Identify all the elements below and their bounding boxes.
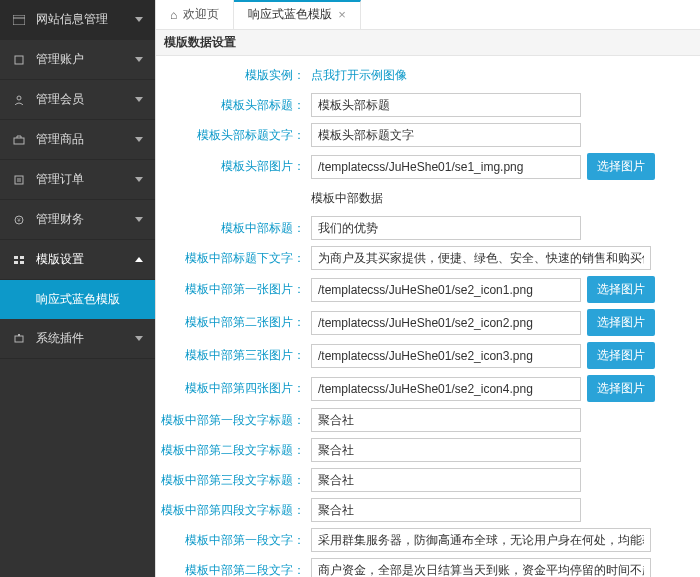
svg-rect-5 — [15, 176, 23, 184]
label-mid-t1: 模板中部第一段文字标题： — [156, 412, 311, 429]
tab-bar: ⌂ 欢迎页 响应式蓝色模版 × — [156, 0, 700, 30]
input-mid-img1[interactable] — [311, 278, 581, 302]
label-mid-img2: 模板中部第二张图片： — [156, 314, 311, 331]
input-mid-t4[interactable] — [311, 498, 581, 522]
chevron-down-icon — [135, 137, 143, 142]
label-mid-t4: 模板中部第四段文字标题： — [156, 502, 311, 519]
svg-rect-4 — [14, 138, 24, 144]
svg-rect-0 — [13, 15, 25, 25]
home-icon: ⌂ — [170, 8, 177, 22]
label-mid-title-sub: 模板中部标题下文字： — [156, 250, 311, 267]
chevron-down-icon — [135, 57, 143, 62]
input-header-img[interactable] — [311, 155, 581, 179]
member-icon — [12, 95, 26, 105]
svg-rect-15 — [18, 334, 20, 336]
svg-rect-10 — [14, 256, 18, 259]
tab-label: 响应式蓝色模版 — [248, 6, 332, 23]
label-mid-img3: 模板中部第三张图片： — [156, 347, 311, 364]
tab-template[interactable]: 响应式蓝色模版 × — [234, 0, 361, 29]
input-mid-title-sub[interactable] — [311, 246, 651, 270]
menu-label: 管理商品 — [36, 131, 135, 148]
link-open-example[interactable]: 点我打开示例图像 — [311, 67, 407, 84]
menu-label: 网站信息管理 — [36, 11, 135, 28]
input-mid-img2[interactable] — [311, 311, 581, 335]
btn-select-mid-img3[interactable]: 选择图片 — [587, 342, 655, 369]
input-header-title[interactable] — [311, 93, 581, 117]
chevron-down-icon — [135, 217, 143, 222]
label-header-sub: 模板头部标题文字： — [156, 127, 311, 144]
sidebar-item-accounts[interactable]: 管理账户 — [0, 40, 155, 80]
btn-select-mid-img4[interactable]: 选择图片 — [587, 375, 655, 402]
svg-rect-14 — [15, 336, 23, 342]
chevron-down-icon — [135, 177, 143, 182]
menu-label: 系统插件 — [36, 330, 135, 347]
label-mid-img1: 模板中部第一张图片： — [156, 281, 311, 298]
sidebar-item-orders[interactable]: 管理订单 — [0, 160, 155, 200]
label-example: 模版实例： — [156, 67, 311, 84]
btn-select-header-img[interactable]: 选择图片 — [587, 153, 655, 180]
svg-rect-2 — [15, 56, 23, 64]
svg-rect-12 — [14, 261, 18, 264]
input-mid-t3[interactable] — [311, 468, 581, 492]
sidebar-subitem-responsive-blue[interactable]: 响应式蓝色模版 — [0, 280, 155, 319]
template-icon — [12, 255, 26, 265]
chevron-down-icon — [135, 336, 143, 341]
svg-rect-11 — [20, 256, 24, 259]
btn-select-mid-img1[interactable]: 选择图片 — [587, 276, 655, 303]
chevron-up-icon — [135, 257, 143, 262]
svg-point-3 — [17, 96, 21, 100]
label-header-img: 模板头部图片： — [156, 158, 311, 175]
input-mid-title[interactable] — [311, 216, 581, 240]
order-icon — [12, 175, 26, 185]
label-mid-p1: 模板中部第一段文字： — [156, 532, 311, 549]
product-icon — [12, 135, 26, 145]
input-mid-p2[interactable] — [311, 558, 651, 577]
label-mid-p2: 模板中部第二段文字： — [156, 562, 311, 578]
svg-text:¥: ¥ — [17, 217, 21, 223]
menu-label: 管理订单 — [36, 171, 135, 188]
chevron-down-icon — [135, 97, 143, 102]
tab-label: 欢迎页 — [183, 6, 219, 23]
close-icon[interactable]: × — [338, 8, 346, 21]
plugin-icon — [12, 334, 26, 344]
sidebar-item-site-info[interactable]: 网站信息管理 — [0, 0, 155, 40]
label-mid-t2: 模板中部第二段文字标题： — [156, 442, 311, 459]
label-header-title: 模板头部标题： — [156, 97, 311, 114]
panel-title: 模版数据设置 — [156, 30, 700, 56]
input-mid-img4[interactable] — [311, 377, 581, 401]
main-content: ⌂ 欢迎页 响应式蓝色模版 × 模版数据设置 模版实例： 点我打开示例图像 模板… — [155, 0, 700, 577]
input-mid-t2[interactable] — [311, 438, 581, 462]
sidebar-item-plugins[interactable]: 系统插件 — [0, 319, 155, 359]
menu-label: 管理财务 — [36, 211, 135, 228]
menu-label: 模版设置 — [36, 251, 135, 268]
finance-icon: ¥ — [12, 215, 26, 225]
label-mid-title: 模板中部标题： — [156, 220, 311, 237]
sidebar: 网站信息管理 管理账户 管理会员 管理商品 管理订单 ¥ 管理财务 — [0, 0, 155, 577]
input-mid-p1[interactable] — [311, 528, 651, 552]
btn-select-mid-img2[interactable]: 选择图片 — [587, 309, 655, 336]
input-mid-t1[interactable] — [311, 408, 581, 432]
sidebar-item-products[interactable]: 管理商品 — [0, 120, 155, 160]
input-header-sub[interactable] — [311, 123, 581, 147]
mid-section-label: 模板中部数据 — [311, 190, 383, 207]
input-mid-img3[interactable] — [311, 344, 581, 368]
menu-label: 管理会员 — [36, 91, 135, 108]
sidebar-item-members[interactable]: 管理会员 — [0, 80, 155, 120]
sidebar-item-templates[interactable]: 模版设置 — [0, 240, 155, 280]
form-area: 模版实例： 点我打开示例图像 模板头部标题： 模板头部标题文字： 模板头部图片：… — [156, 56, 700, 577]
menu-label: 管理账户 — [36, 51, 135, 68]
site-icon — [12, 15, 26, 25]
sidebar-item-finance[interactable]: ¥ 管理财务 — [0, 200, 155, 240]
account-icon — [12, 55, 26, 65]
svg-rect-13 — [20, 261, 24, 264]
label-mid-img4: 模板中部第四张图片： — [156, 380, 311, 397]
tab-welcome[interactable]: ⌂ 欢迎页 — [156, 0, 234, 29]
chevron-down-icon — [135, 17, 143, 22]
label-mid-t3: 模板中部第三段文字标题： — [156, 472, 311, 489]
